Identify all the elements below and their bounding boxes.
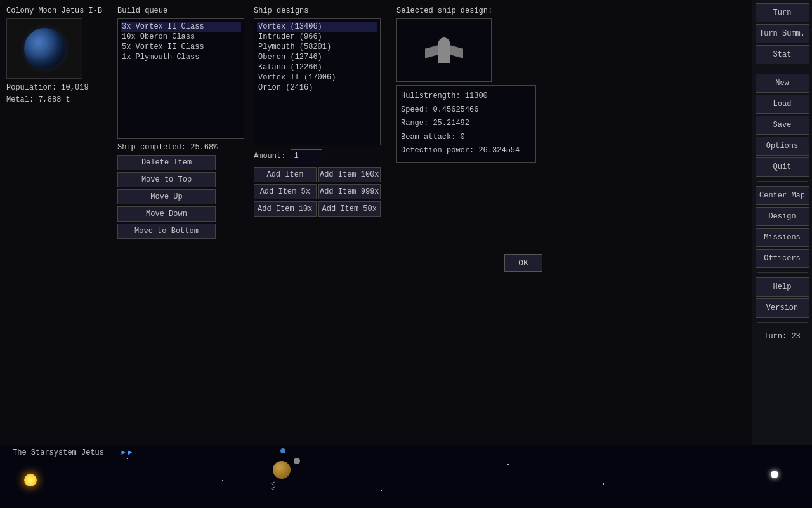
ship-designs-panel: Ship designs Vortex (13406) Intruder (96…	[254, 6, 381, 217]
amount-label: Amount:	[254, 152, 285, 161]
add-item-50x-button[interactable]: Add Item 50x	[318, 201, 381, 217]
stat-hullstrength: Hullstrength: 11300	[401, 90, 532, 104]
load-button[interactable]: Load	[756, 95, 809, 114]
stat-beam-attack: Beam attack: 0	[401, 131, 532, 145]
build-queue-title: Build queue	[117, 6, 244, 15]
save-button[interactable]: Save	[756, 116, 809, 135]
ship-progress: Ship completed: 25.68%	[117, 143, 244, 152]
list-item[interactable]: 1x Plymouth Class	[121, 52, 241, 62]
amount-row: Amount:	[254, 149, 381, 163]
sidebar-divider-3	[757, 272, 808, 273]
nav-left-arrow[interactable]: ►	[121, 449, 126, 457]
starmap-title: The Starsystem Jetus	[6, 445, 110, 459]
build-queue-list[interactable]: 3x Vortex II Class 10x Oberon Class 5x V…	[117, 18, 244, 139]
starmap-nav: ► ►	[115, 449, 132, 457]
background-star	[381, 490, 382, 491]
background-star	[603, 483, 604, 485]
metal-stat: Metal: 7,888 t	[6, 94, 108, 106]
stat-detection: Detection power: 26.324554	[401, 144, 532, 158]
new-button[interactable]: New	[756, 74, 809, 93]
add-item-999x-button[interactable]: Add Item 999x	[318, 184, 381, 199]
starmap: The Starsystem Jetus ► ► < <	[0, 444, 812, 508]
star-sun	[24, 474, 37, 486]
list-item[interactable]: Intruder (966)	[257, 32, 377, 42]
population-stat: Population: 10,019	[6, 82, 108, 94]
nav-right-arrow[interactable]: ►	[128, 449, 133, 457]
sidebar-divider-4	[757, 322, 808, 323]
amount-input[interactable]	[291, 149, 322, 163]
sidebar-divider-2	[757, 181, 808, 182]
ship-image	[396, 18, 492, 82]
add-item-button[interactable]: Add Item	[254, 167, 317, 182]
move-to-top-button[interactable]: Move to Top	[117, 172, 216, 187]
ship-silhouette	[422, 28, 466, 72]
colony-panel: Colony Moon Jetus I-B Population: 10,019…	[6, 6, 108, 106]
list-item[interactable]: 10x Oberon Class	[121, 32, 241, 42]
move-up-button[interactable]: Move Up	[117, 189, 216, 204]
options-button[interactable]: Options	[756, 137, 809, 156]
design-button[interactable]: Design	[756, 207, 809, 226]
add-item-100x-button[interactable]: Add Item 100x	[318, 167, 381, 182]
list-item[interactable]: Katana (12266)	[257, 62, 377, 72]
sidebar: Turn Turn Summ. Stat New Load Save Optio…	[752, 0, 812, 444]
move-down-button[interactable]: Move Down	[117, 206, 216, 222]
planet-sphere	[24, 28, 65, 69]
ship-stats-box: Hullstrength: 11300 Speed: 0.45625466 Ra…	[396, 85, 536, 163]
selected-ship-panel: Selected ship design: Hullstrength: 1130…	[396, 6, 555, 163]
quit-button[interactable]: Quit	[756, 157, 809, 177]
turn-summary-button[interactable]: Turn Summ.	[756, 24, 809, 43]
add-buttons-grid: Add Item Add Item 100x Add Item 5x Add I…	[254, 167, 381, 217]
colony-title: Colony Moon Jetus I-B	[6, 6, 108, 15]
white-star	[771, 471, 778, 478]
list-item[interactable]: 3x Vortex II Class	[121, 22, 241, 32]
background-star	[508, 464, 509, 465]
add-item-5x-button[interactable]: Add Item 5x	[254, 184, 317, 199]
list-item[interactable]: Plymouth (58201)	[257, 42, 377, 52]
version-button[interactable]: Version	[756, 298, 809, 318]
starmap-header: The Starsystem Jetus ► ►	[0, 445, 812, 457]
list-item[interactable]: Orion (2416)	[257, 83, 377, 93]
background-star	[127, 458, 128, 459]
list-item[interactable]: Oberon (12746)	[257, 52, 377, 62]
stat-range: Range: 25.21492	[401, 117, 532, 131]
move-to-bottom-button[interactable]: Move to Bottom	[117, 224, 216, 239]
stat-button[interactable]: Stat	[756, 45, 809, 64]
ship-designs-title: Ship designs	[254, 6, 381, 15]
orbit-indicator	[280, 448, 285, 453]
help-button[interactable]: Help	[756, 277, 809, 297]
ship-wing-left	[425, 45, 438, 58]
stat-speed: Speed: 0.45625466	[401, 104, 532, 117]
build-queue-panel: Build queue 3x Vortex II Class 10x Obero…	[117, 6, 244, 241]
background-star	[222, 480, 223, 481]
list-item[interactable]: 5x Vortex II Class	[121, 42, 241, 52]
planet-image	[6, 18, 82, 79]
list-item[interactable]: Vortex II (17006)	[257, 72, 377, 83]
orbit-planet: < <	[273, 461, 291, 479]
turn-button[interactable]: Turn	[756, 3, 809, 22]
ship-wing-right	[450, 45, 463, 58]
main-planet	[273, 461, 291, 479]
add-item-10x-button[interactable]: Add Item 10x	[254, 201, 317, 217]
ok-button[interactable]: OK	[504, 254, 542, 272]
orbit-arrow2: <	[271, 485, 275, 493]
selected-ship-title: Selected ship design:	[396, 6, 555, 15]
list-item[interactable]: Vortex (13406)	[257, 22, 377, 32]
officers-button[interactable]: Officers	[756, 249, 809, 268]
missions-button[interactable]: Missions	[756, 228, 809, 247]
ship-body	[438, 37, 450, 63]
sidebar-divider-1	[757, 69, 808, 69]
delete-item-button[interactable]: Delete Item	[117, 155, 216, 170]
center-map-button[interactable]: Center Map	[756, 186, 809, 205]
ship-designs-list[interactable]: Vortex (13406) Intruder (966) Plymouth (…	[254, 18, 381, 145]
turn-counter: Turn: 23	[764, 332, 801, 341]
planet-moon	[294, 458, 300, 464]
